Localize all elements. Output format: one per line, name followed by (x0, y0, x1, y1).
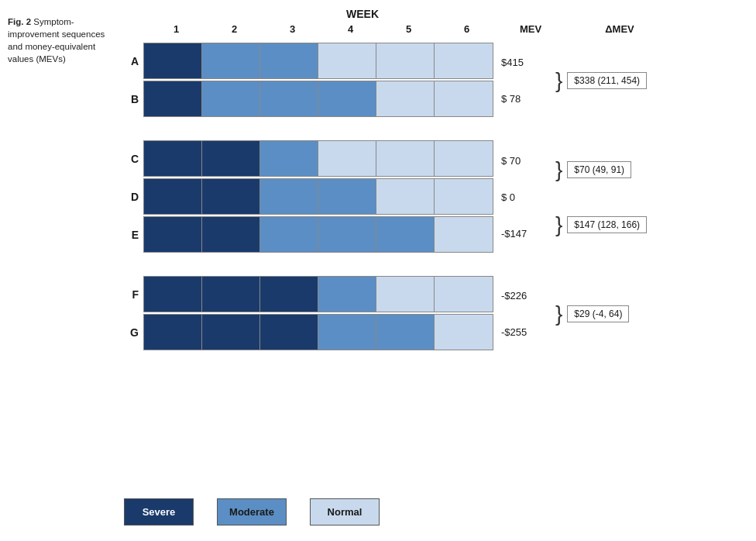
row-label-d: D (124, 191, 143, 203)
col-header-5: 5 (380, 23, 438, 35)
delta-box-fg: $29 (-4, 64) (567, 305, 629, 322)
cell-g2 (202, 315, 260, 350)
cell-a1 (144, 43, 202, 78)
row-label-c: C (124, 153, 143, 165)
braces-cde: } $70 (49, 91) } $147 (128, 166) (555, 143, 647, 252)
cell-a6 (435, 43, 493, 78)
legend: Severe Moderate Normal (124, 498, 380, 525)
cell-g6 (435, 315, 493, 350)
cell-e1 (144, 217, 202, 252)
cell-g3 (260, 315, 318, 350)
col-header-2: 2 (205, 23, 263, 35)
heatmap-row-f (143, 276, 493, 312)
cell-b1 (144, 81, 202, 116)
mev-a: $415 (501, 44, 552, 81)
legend-label-normal: Normal (328, 506, 363, 518)
page-container: Fig. 2 Symptom-improvement sequences and… (0, 0, 756, 541)
cell-e2 (202, 217, 260, 252)
cell-c6 (435, 141, 493, 176)
week-header: WEEK (147, 8, 578, 20)
cell-e5 (376, 217, 435, 252)
cell-d2 (202, 179, 260, 214)
cell-b2 (202, 81, 260, 116)
delta-box-de: $147 (128, 166) (567, 216, 647, 233)
legend-label-severe: Severe (143, 506, 176, 518)
rows-ab: A B (124, 43, 493, 119)
heatmap-row-c (143, 140, 493, 177)
row-b: B (124, 81, 493, 117)
cell-d4 (318, 179, 376, 214)
cell-d5 (376, 179, 435, 214)
cell-f1 (144, 277, 202, 312)
cell-g1 (144, 315, 202, 350)
cell-c2 (202, 141, 260, 176)
cell-d3 (260, 179, 318, 214)
row-label-g: G (124, 326, 143, 339)
brace-ab: } (555, 70, 562, 91)
col-headers: 1 2 3 4 5 6 MEV ΔMEV (147, 23, 748, 35)
fig-label: Fig. 2 (8, 17, 31, 26)
cell-c4 (318, 141, 376, 176)
col-header-1: 1 (147, 23, 205, 35)
cell-f3 (260, 277, 318, 312)
mev-b: $ 78 (501, 81, 552, 117)
legend-item-severe: Severe (124, 498, 194, 525)
main-content: WEEK 1 2 3 4 5 6 MEV ΔMEV A (124, 8, 748, 374)
group-ab: A B (124, 43, 748, 119)
row-label-f: F (124, 288, 143, 301)
heatmap-row-g (143, 314, 493, 350)
cell-c3 (260, 141, 318, 176)
cell-b6 (435, 81, 493, 116)
mev-e: -$147 (501, 215, 552, 252)
row-e: E (124, 216, 493, 253)
mev-values-fg: -$226 -$255 (501, 277, 552, 350)
brace-delta-fg: } $29 (-4, 64) (555, 303, 629, 325)
cell-b4 (318, 81, 376, 116)
row-f: F (124, 276, 493, 312)
legend-box-moderate: Moderate (217, 498, 287, 525)
brace-de: } (555, 199, 562, 250)
mev-values-cde: $ 70 $ 0 -$147 (501, 143, 552, 252)
cell-e3 (260, 217, 318, 252)
cell-f2 (202, 277, 260, 312)
mev-g: -$255 (501, 314, 552, 350)
cell-e6 (435, 217, 493, 252)
heatmap-row-b (143, 81, 493, 117)
cell-d6 (435, 179, 493, 214)
rows-fg: F G (124, 276, 493, 352)
mev-col-header: MEV (503, 23, 558, 35)
brace-fg: } (555, 303, 562, 325)
group-fg: F G (124, 276, 748, 352)
row-label-b: B (124, 93, 143, 105)
row-label-a: A (124, 55, 143, 67)
col-header-4: 4 (321, 23, 380, 35)
cell-c1 (144, 141, 202, 176)
mev-d: $ 0 (501, 179, 552, 215)
row-label-e: E (124, 229, 143, 241)
row-g: G (124, 314, 493, 350)
col-header-3: 3 (263, 23, 321, 35)
cell-f6 (435, 277, 493, 312)
legend-item-moderate: Moderate (217, 498, 287, 525)
cell-a3 (260, 43, 318, 78)
brace-bottom-de: } $147 (128, 166) (555, 199, 647, 250)
rows-cde: C D (124, 140, 493, 254)
row-d: D (124, 178, 493, 215)
heatmap-row-e (143, 216, 493, 253)
brace-delta-ab: } $338 (211, 454) (555, 70, 647, 91)
cell-f5 (376, 277, 435, 312)
cell-c5 (376, 141, 435, 176)
legend-label-moderate: Moderate (229, 506, 274, 518)
delta-box-cd: $70 (49, 91) (567, 161, 631, 178)
delta-mev-col-header: ΔMEV (573, 23, 666, 35)
cell-a4 (318, 43, 376, 78)
legend-box-normal: Normal (310, 498, 380, 525)
cell-b5 (376, 81, 435, 116)
group-cde: C D (124, 140, 748, 254)
heatmap-row-d (143, 178, 493, 215)
legend-box-severe: Severe (124, 498, 194, 525)
cell-b3 (260, 81, 318, 116)
mev-f: -$226 (501, 277, 552, 314)
cell-a2 (202, 43, 260, 78)
row-a: A (124, 43, 493, 79)
